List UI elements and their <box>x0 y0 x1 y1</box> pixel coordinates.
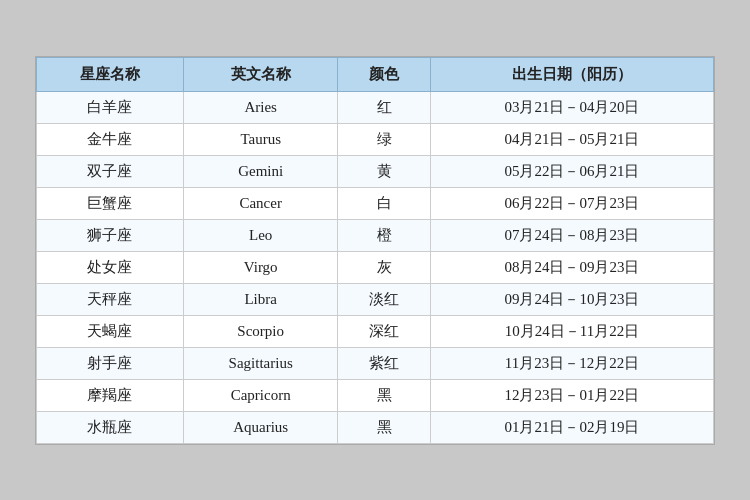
col-header-color: 颜色 <box>338 57 431 91</box>
table-cell-7-3: 10月24日－11月22日 <box>430 315 713 347</box>
table-cell-2-1: Gemini <box>183 155 338 187</box>
col-header-chinese-name: 星座名称 <box>37 57 184 91</box>
table-cell-8-3: 11月23日－12月22日 <box>430 347 713 379</box>
table-cell-9-2: 黑 <box>338 379 431 411</box>
table-cell-1-1: Taurus <box>183 123 338 155</box>
table-cell-1-3: 04月21日－05月21日 <box>430 123 713 155</box>
table-row: 狮子座Leo橙07月24日－08月23日 <box>37 219 714 251</box>
table-row: 天秤座Libra淡红09月24日－10月23日 <box>37 283 714 315</box>
table-cell-2-2: 黄 <box>338 155 431 187</box>
table-row: 金牛座Taurus绿04月21日－05月21日 <box>37 123 714 155</box>
table-row: 摩羯座Capricorn黑12月23日－01月22日 <box>37 379 714 411</box>
col-header-english-name: 英文名称 <box>183 57 338 91</box>
table-cell-7-0: 天蝎座 <box>37 315 184 347</box>
table-cell-10-3: 01月21日－02月19日 <box>430 411 713 443</box>
table-cell-3-0: 巨蟹座 <box>37 187 184 219</box>
table-cell-0-2: 红 <box>338 91 431 123</box>
table-row: 白羊座Aries红03月21日－04月20日 <box>37 91 714 123</box>
table-cell-9-0: 摩羯座 <box>37 379 184 411</box>
table-row: 射手座Sagittarius紫红11月23日－12月22日 <box>37 347 714 379</box>
table-cell-2-0: 双子座 <box>37 155 184 187</box>
table-row: 双子座Gemini黄05月22日－06月21日 <box>37 155 714 187</box>
table-cell-0-0: 白羊座 <box>37 91 184 123</box>
table-header-row: 星座名称 英文名称 颜色 出生日期（阳历） <box>37 57 714 91</box>
table-cell-5-3: 08月24日－09月23日 <box>430 251 713 283</box>
table-cell-7-1: Scorpio <box>183 315 338 347</box>
zodiac-table: 星座名称 英文名称 颜色 出生日期（阳历） 白羊座Aries红03月21日－04… <box>36 57 714 444</box>
table-cell-6-1: Libra <box>183 283 338 315</box>
table-cell-5-1: Virgo <box>183 251 338 283</box>
table-row: 处女座Virgo灰08月24日－09月23日 <box>37 251 714 283</box>
table-cell-8-1: Sagittarius <box>183 347 338 379</box>
table-row: 巨蟹座Cancer白06月22日－07月23日 <box>37 187 714 219</box>
table-cell-5-0: 处女座 <box>37 251 184 283</box>
table-cell-9-3: 12月23日－01月22日 <box>430 379 713 411</box>
zodiac-table-container: 星座名称 英文名称 颜色 出生日期（阳历） 白羊座Aries红03月21日－04… <box>35 56 715 445</box>
table-cell-8-2: 紫红 <box>338 347 431 379</box>
table-cell-8-0: 射手座 <box>37 347 184 379</box>
table-cell-4-0: 狮子座 <box>37 219 184 251</box>
table-cell-3-3: 06月22日－07月23日 <box>430 187 713 219</box>
table-cell-10-2: 黑 <box>338 411 431 443</box>
table-cell-3-1: Cancer <box>183 187 338 219</box>
table-cell-3-2: 白 <box>338 187 431 219</box>
table-cell-0-3: 03月21日－04月20日 <box>430 91 713 123</box>
table-cell-0-1: Aries <box>183 91 338 123</box>
table-cell-1-0: 金牛座 <box>37 123 184 155</box>
table-cell-5-2: 灰 <box>338 251 431 283</box>
table-row: 天蝎座Scorpio深红10月24日－11月22日 <box>37 315 714 347</box>
col-header-birthday: 出生日期（阳历） <box>430 57 713 91</box>
table-cell-6-3: 09月24日－10月23日 <box>430 283 713 315</box>
table-cell-4-1: Leo <box>183 219 338 251</box>
table-cell-10-1: Aquarius <box>183 411 338 443</box>
table-cell-4-2: 橙 <box>338 219 431 251</box>
table-cell-1-2: 绿 <box>338 123 431 155</box>
table-cell-10-0: 水瓶座 <box>37 411 184 443</box>
table-row: 水瓶座Aquarius黑01月21日－02月19日 <box>37 411 714 443</box>
table-cell-7-2: 深红 <box>338 315 431 347</box>
table-cell-2-3: 05月22日－06月21日 <box>430 155 713 187</box>
table-cell-6-0: 天秤座 <box>37 283 184 315</box>
table-cell-4-3: 07月24日－08月23日 <box>430 219 713 251</box>
table-cell-9-1: Capricorn <box>183 379 338 411</box>
table-cell-6-2: 淡红 <box>338 283 431 315</box>
